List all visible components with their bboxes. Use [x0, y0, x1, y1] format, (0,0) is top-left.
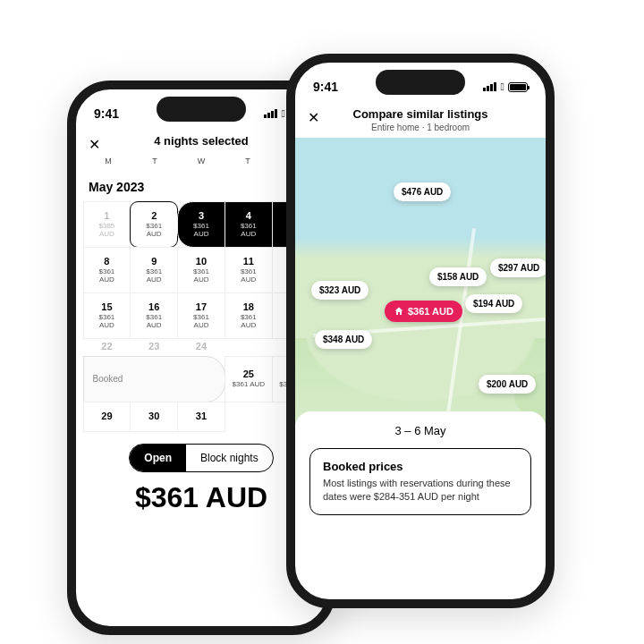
cal-day: 17	[196, 301, 207, 312]
cal-day: 9	[151, 256, 157, 267]
card-title: Booked prices	[323, 460, 518, 473]
sheet-dates: 3 – 6 May	[309, 424, 531, 437]
cal-day: 4	[246, 210, 251, 221]
calendar-cell[interactable]: 1$385AUD	[83, 201, 131, 248]
calendar-cell[interactable]: 9$361AUD	[130, 247, 178, 293]
status-time: 9:41	[94, 106, 119, 121]
cal-day: 22	[101, 341, 112, 352]
cal-price: $361AUD	[241, 314, 257, 330]
cal-day: 1	[104, 210, 109, 221]
cal-day: 31	[196, 411, 207, 421]
calendar-cell[interactable]: 17$361AUD	[177, 292, 225, 339]
calendar-cell: 24	[177, 338, 225, 356]
calendar-cell[interactable]: 11$361AUD	[225, 247, 273, 293]
cal-price: $361AUD	[146, 223, 162, 239]
bottom-sheet: 3 – 6 May Booked prices Most listings wi…	[295, 411, 546, 528]
pin-label: $361 AUD	[408, 306, 453, 317]
weekday-label: T	[131, 157, 178, 165]
cal-day: 16	[148, 301, 159, 312]
open-block-toggle[interactable]: Open Block nights	[129, 444, 273, 472]
header-subtitle: Entire home · 1 bedroom	[308, 123, 533, 132]
wifi-icon: 􀙇	[282, 107, 285, 120]
cal-price: $361AUD	[193, 314, 209, 330]
cal-price: $385AUD	[99, 223, 115, 239]
calendar-cell[interactable]: 3$361AUD	[177, 201, 225, 248]
status-time: 9:41	[313, 80, 338, 94]
price-pin[interactable]: $297 AUD	[490, 258, 546, 277]
cal-day: 10	[196, 256, 207, 267]
cal-day: 23	[148, 341, 159, 352]
calendar-cell[interactable]: 30	[130, 402, 178, 432]
cal-day: 29	[101, 411, 112, 421]
cal-price: $361AUD	[241, 268, 257, 284]
price-pin[interactable]: $323 AUD	[311, 281, 369, 300]
price-pin[interactable]: $194 AUD	[465, 294, 522, 313]
close-icon[interactable]: ✕	[89, 136, 100, 153]
cal-price: $361AUD	[193, 268, 209, 284]
calendar-cell[interactable]: 10$361AUD	[177, 247, 225, 293]
header-title: Compare similar listings	[308, 107, 533, 121]
cal-day: 30	[148, 411, 159, 421]
toggle-block[interactable]: Block nights	[186, 445, 273, 471]
cal-day: 3	[199, 210, 204, 221]
cal-day: 8	[104, 256, 109, 267]
card-body: Most listings with reservations during t…	[323, 477, 518, 504]
toggle-open[interactable]: Open	[130, 445, 186, 471]
price-pin[interactable]: $476 AUD	[394, 182, 451, 201]
cal-day: 11	[243, 256, 254, 267]
wifi-icon: 􀙇	[501, 80, 504, 93]
calendar-cell[interactable]: 4$361AUD	[225, 201, 273, 248]
map-header: ✕ Compare similar listings Entire home ·…	[295, 98, 546, 138]
notch	[157, 97, 246, 122]
close-icon[interactable]: ✕	[308, 109, 319, 126]
calendar-cell[interactable]: 18$361AUD	[225, 292, 273, 339]
booked-pill: Booked	[83, 356, 225, 402]
calendar-cell: 22	[83, 338, 131, 356]
signal-icon	[483, 82, 497, 91]
cal-price: $361AUD	[99, 268, 115, 284]
calendar-cell[interactable]: 29	[83, 402, 131, 432]
price-pin-primary[interactable]: $361 AUD	[385, 301, 462, 322]
map-view[interactable]: $476 AUD$323 AUD$158 AUD$297 AUD$194 AUD…	[295, 138, 546, 424]
header-title: 4 nights selected	[89, 134, 314, 148]
cal-price: $361AUD	[193, 223, 209, 239]
cal-price: $361AUD	[146, 268, 162, 284]
price-pin[interactable]: $200 AUD	[479, 375, 536, 394]
price-pin[interactable]: $348 AUD	[315, 330, 372, 349]
calendar-cell: 23	[130, 338, 178, 356]
signal-icon	[264, 109, 278, 118]
calendar-cell[interactable]: 16$361AUD	[130, 292, 178, 339]
weekday-label: M	[85, 157, 131, 165]
cal-day: 2	[151, 210, 157, 221]
weekday-label: T	[225, 157, 271, 165]
cal-price: $361AUD	[99, 314, 115, 330]
cal-price: $361AUD	[241, 223, 257, 239]
home-icon	[394, 306, 404, 317]
weekday-label: W	[178, 157, 225, 165]
calendar-cell[interactable]: 8$361AUD	[83, 247, 131, 293]
cal-day: 25	[243, 369, 254, 379]
cal-day: 24	[196, 341, 207, 352]
status-icons: 􀙇	[483, 80, 528, 93]
cal-day: 15	[101, 301, 112, 312]
price-pin[interactable]: $158 AUD	[429, 267, 487, 286]
calendar-cell[interactable]: 2$361AUD	[130, 201, 178, 248]
calendar-cell[interactable]: 25 $361 AUD	[225, 356, 273, 402]
notch	[376, 70, 465, 95]
booked-prices-card[interactable]: Booked prices Most listings with reserva…	[309, 448, 531, 515]
calendar-cell[interactable]: 31	[177, 402, 225, 432]
phone-map: 9:41 􀙇 ✕ Compare similar listings Entire…	[286, 54, 555, 608]
cal-price: $361 AUD	[233, 381, 265, 389]
battery-icon	[508, 82, 528, 92]
calendar-cell[interactable]: 15$361AUD	[83, 292, 131, 339]
cal-price: $361AUD	[146, 314, 162, 330]
cal-day: 18	[243, 301, 254, 312]
